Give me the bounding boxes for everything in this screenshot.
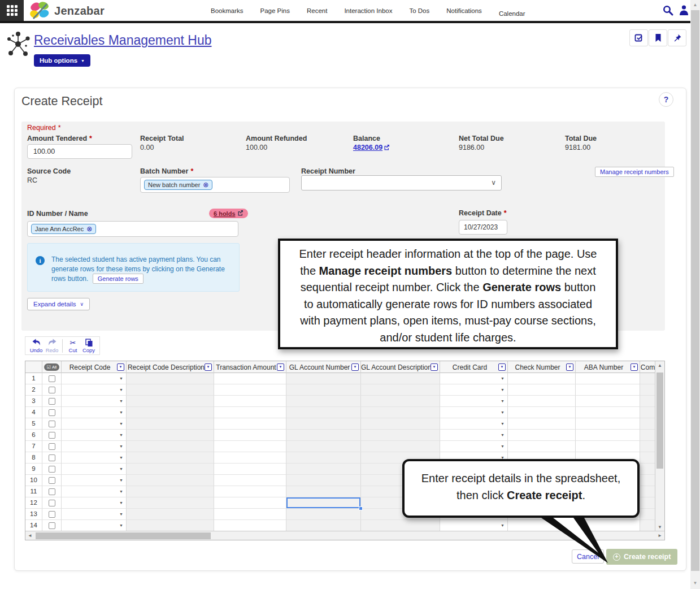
grid-cell[interactable] xyxy=(286,441,361,452)
create-receipt-button[interactable]: + Create receipt xyxy=(606,549,677,565)
grid-cell[interactable] xyxy=(576,441,640,452)
grid-cell[interactable]: ▼ xyxy=(62,520,127,531)
grid-cell[interactable]: ▼ xyxy=(62,430,127,441)
student-chip[interactable]: Jane Ann AccRec ⊗ xyxy=(31,224,96,234)
undo-button[interactable]: Undo xyxy=(28,339,44,353)
grid-cell[interactable] xyxy=(127,373,214,384)
grid-cell[interactable]: ▼ xyxy=(62,464,127,475)
grid-cell[interactable] xyxy=(286,464,361,475)
grid-cell[interactable] xyxy=(42,384,62,396)
grid-cell[interactable] xyxy=(576,396,640,407)
page-scrollbar-thumb[interactable] xyxy=(691,10,699,571)
filter-icon[interactable]: ▼ xyxy=(277,363,284,371)
grid-cell[interactable] xyxy=(42,452,62,464)
grid-cell[interactable] xyxy=(286,384,361,396)
grid-cell[interactable] xyxy=(286,475,361,486)
grid-cell[interactable] xyxy=(214,486,286,497)
grid-header-receipt-code-description[interactable]: Receipt Code Description▼ xyxy=(127,361,214,373)
grid-cell[interactable] xyxy=(576,373,640,384)
grid-cell[interactable] xyxy=(361,520,440,531)
row-checkbox[interactable] xyxy=(49,409,55,416)
row-checkbox[interactable] xyxy=(49,421,55,427)
grid-header-transaction-amount[interactable]: Transaction Amount▼ xyxy=(214,361,286,373)
grid-cell[interactable] xyxy=(286,486,361,497)
scroll-down-icon[interactable]: ▼ xyxy=(658,525,662,530)
grid-cell[interactable] xyxy=(286,373,361,384)
grid-cell[interactable] xyxy=(361,441,440,452)
grid-cell[interactable]: ▼ xyxy=(62,407,127,418)
grid-cell[interactable] xyxy=(214,452,286,464)
filter-icon[interactable]: ▼ xyxy=(351,363,359,371)
grid-cell[interactable] xyxy=(361,396,440,407)
batch-number-input[interactable]: New batch number ⊗ xyxy=(140,177,290,193)
grid-cell[interactable] xyxy=(214,497,286,509)
grid-cell[interactable]: ▼ xyxy=(440,520,508,531)
grid-cell[interactable] xyxy=(576,407,640,418)
grid-cell[interactable] xyxy=(127,430,214,441)
grid-cell[interactable] xyxy=(127,475,214,486)
receipt-date-input[interactable] xyxy=(459,220,507,235)
grid-cell[interactable] xyxy=(214,418,286,430)
grid-cell[interactable]: ▼ xyxy=(62,384,127,396)
row-checkbox[interactable] xyxy=(49,500,55,506)
balance-link[interactable]: 48206.09 xyxy=(353,144,390,152)
grid-cell[interactable] xyxy=(640,452,656,464)
scroll-up-icon[interactable]: ▲ xyxy=(658,363,662,368)
grid-cell[interactable] xyxy=(576,384,640,396)
grid-cell[interactable] xyxy=(127,452,214,464)
selection-handle[interactable] xyxy=(359,506,363,510)
selected-cell[interactable] xyxy=(286,497,361,509)
grid-cell[interactable] xyxy=(361,418,440,430)
grid-cell[interactable] xyxy=(42,396,62,407)
grid-cell[interactable] xyxy=(640,497,656,509)
grid-cell[interactable] xyxy=(127,396,214,407)
grid-cell[interactable]: ▼ xyxy=(62,452,127,464)
grid-header-credit-card[interactable]: Credit Card▼ xyxy=(440,361,508,373)
nav-item-to-dos[interactable]: To Dos xyxy=(409,7,429,14)
grid-cell[interactable]: ▼ xyxy=(62,396,127,407)
search-icon[interactable] xyxy=(662,5,674,16)
row-checkbox[interactable] xyxy=(49,398,55,405)
scroll-up-icon[interactable]: ▲ xyxy=(690,2,700,7)
nav-item-page-pins[interactable]: Page Pins xyxy=(260,7,290,14)
grid-cell[interactable] xyxy=(127,520,214,531)
user-icon[interactable] xyxy=(679,5,689,16)
batch-number-chip[interactable]: New batch number ⊗ xyxy=(144,180,212,190)
grid-cell[interactable] xyxy=(286,509,361,520)
grid-cell[interactable]: ▼ xyxy=(62,509,127,520)
grid-cell[interactable] xyxy=(127,486,214,497)
grid-cell[interactable] xyxy=(214,441,286,452)
grid-cell[interactable] xyxy=(508,396,576,407)
grid-cell[interactable] xyxy=(127,384,214,396)
grid-cell[interactable] xyxy=(576,418,640,430)
grid-cell[interactable] xyxy=(508,407,576,418)
grid-cell[interactable] xyxy=(42,475,62,486)
grid-cell[interactable] xyxy=(508,418,576,430)
grid-cell[interactable]: ▼ xyxy=(62,497,127,509)
grid-vscroll-thumb[interactable] xyxy=(656,373,663,469)
generate-rows-button[interactable]: Generate rows xyxy=(93,274,144,284)
page-title-link[interactable]: Receivables Management Hub xyxy=(34,33,212,48)
pin-button[interactable] xyxy=(668,29,686,46)
grid-cell[interactable] xyxy=(508,430,576,441)
grid-cell[interactable]: ▼ xyxy=(62,373,127,384)
nav-item-calendar[interactable]: Calendar xyxy=(499,10,525,17)
grid-cell[interactable]: ▼ xyxy=(440,430,508,441)
app-launcher-button[interactable] xyxy=(0,0,24,21)
grid-cell[interactable] xyxy=(42,407,62,418)
grid-cell[interactable] xyxy=(214,464,286,475)
filter-icon[interactable]: ▼ xyxy=(205,363,212,371)
grid-cell[interactable] xyxy=(361,407,440,418)
hub-options-button[interactable]: Hub options ▼ xyxy=(34,54,90,67)
grid-cell[interactable] xyxy=(640,509,656,520)
grid-cell[interactable] xyxy=(640,520,656,531)
grid-cell[interactable] xyxy=(214,373,286,384)
grid-cell[interactable]: ▼ xyxy=(62,418,127,430)
grid-cell[interactable] xyxy=(361,373,440,384)
grid-cell[interactable]: ▼ xyxy=(440,384,508,396)
grid-cell[interactable]: ▼ xyxy=(62,441,127,452)
grid-cell[interactable] xyxy=(286,407,361,418)
bookmark-button[interactable] xyxy=(649,29,667,46)
chip-remove-icon[interactable]: ⊗ xyxy=(203,182,208,188)
grid-header-aba-number[interactable]: ABA Number▼ xyxy=(576,361,640,373)
